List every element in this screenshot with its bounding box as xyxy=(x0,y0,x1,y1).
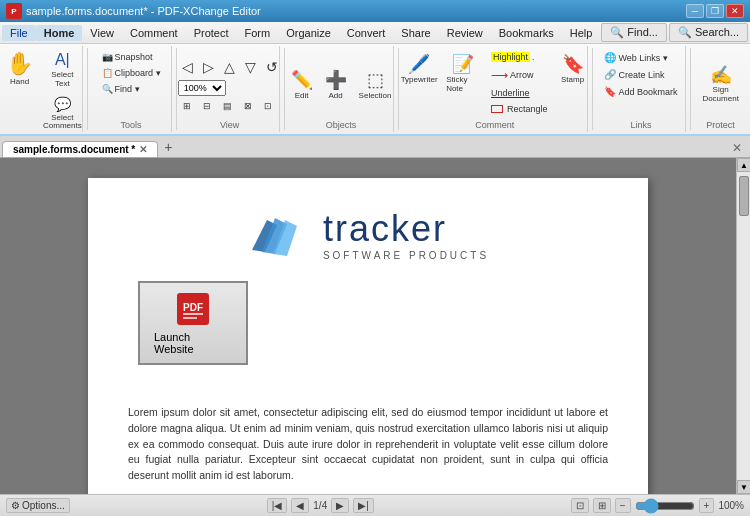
zoom-out-button[interactable]: − xyxy=(615,498,631,513)
nav-cycle-button[interactable]: ↺ xyxy=(262,57,282,77)
tools-group-label: Tools xyxy=(121,120,142,130)
minimize-button[interactable]: ─ xyxy=(686,4,704,18)
launch-website-label: Launch Website xyxy=(154,331,232,355)
add-bookmark-button[interactable]: 🔖Add Bookmark xyxy=(599,84,682,99)
pdf-page: tracker SOFTWARE PRODUCTS PDF Launch Web… xyxy=(88,178,648,494)
menu-bar: File Home View Comment Protect Form Orga… xyxy=(0,22,750,44)
nav-right-button[interactable]: ▷ xyxy=(199,57,218,77)
menu-view[interactable]: View xyxy=(82,25,122,41)
fit-page-button[interactable]: ⊡ xyxy=(571,498,589,513)
menu-comment[interactable]: Comment xyxy=(122,25,186,41)
rectangle-button[interactable]: Rectangle xyxy=(486,102,553,116)
ribbon-content: ✋ Hand A| SelectText 💬 SelectComments xyxy=(0,44,750,134)
zoom-slider[interactable] xyxy=(635,501,695,511)
menu-file[interactable]: File xyxy=(2,25,36,41)
doc-tab-main[interactable]: sample.forms.document * ✕ xyxy=(2,141,158,157)
menu-help[interactable]: Help xyxy=(562,25,601,41)
highlight-button[interactable]: Highlight. xyxy=(486,50,553,64)
view-group-label: View xyxy=(220,120,239,130)
ribbon-group-hand: ✋ Hand A| SelectText 💬 SelectComments xyxy=(4,46,83,132)
ribbon-group-protect: ✍️ SignDocument Protect xyxy=(695,46,746,132)
restore-button[interactable]: ❐ xyxy=(706,4,724,18)
sep2 xyxy=(176,48,177,130)
options-button[interactable]: ⚙ Options... xyxy=(6,498,70,513)
svg-rect-6 xyxy=(183,317,197,319)
sticky-note-button[interactable]: 📝 Sticky Note xyxy=(441,50,484,96)
select-text-button[interactable]: A| SelectText xyxy=(40,48,85,92)
view-btn2[interactable]: ⊟ xyxy=(198,99,216,113)
select-comments-button[interactable]: 💬 SelectComments xyxy=(40,93,85,134)
page-info: 1/4 xyxy=(313,500,327,511)
sign-document-button[interactable]: ✍️ SignDocument xyxy=(697,61,743,107)
view-btn1[interactable]: ⊞ xyxy=(178,99,196,113)
doc-tab-close-icon[interactable]: ✕ xyxy=(139,144,147,155)
sep5 xyxy=(592,48,593,130)
window-title: sample.forms.document* - PDF-XChange Edi… xyxy=(26,5,261,17)
create-link-button[interactable]: 🔗Create Link xyxy=(599,67,682,82)
tracker-logo-svg xyxy=(247,210,307,260)
view-btn5[interactable]: ⊡ xyxy=(259,99,277,113)
logo-area: tracker SOFTWARE PRODUCTS xyxy=(128,208,608,261)
objects-label: Objects xyxy=(326,120,357,130)
ribbon-group-view: ◁ ▷ △ ▽ ↺ 100% 75% 125% 150% Fit Page xyxy=(180,46,280,132)
menu-share[interactable]: Share xyxy=(393,25,438,41)
menu-form[interactable]: Form xyxy=(237,25,279,41)
new-tab-button[interactable]: + xyxy=(158,137,178,157)
main-area: tracker SOFTWARE PRODUCTS PDF Launch Web… xyxy=(0,158,750,494)
scroll-down-button[interactable]: ▼ xyxy=(737,480,750,494)
find-button[interactable]: 🔍 Find... xyxy=(601,23,667,42)
vertical-scrollbar[interactable]: ▲ ▼ xyxy=(736,158,750,494)
pdf-icon: PDF xyxy=(175,291,211,327)
zoom-level: 100% xyxy=(718,500,744,511)
svg-text:PDF: PDF xyxy=(183,302,203,313)
find-tool-button[interactable]: 🔍Find ▾ xyxy=(97,82,166,96)
status-bar: ⚙ Options... |◀ ◀ 1/4 ▶ ▶| ⊡ ⊞ − + 100% xyxy=(0,494,750,516)
ribbon-group-tools: 📷Snapshot 📋Clipboard ▾ 🔍Find ▾ Tools xyxy=(92,46,172,132)
ribbon-group-links: 🌐Web Links ▾ 🔗Create Link 🔖Add Bookmark … xyxy=(596,46,686,132)
view-btn4[interactable]: ⊠ xyxy=(239,99,257,113)
title-bar: P sample.forms.document* - PDF-XChange E… xyxy=(0,0,750,22)
menu-organize[interactable]: Organize xyxy=(278,25,339,41)
fit-width-button[interactable]: ⊞ xyxy=(593,498,611,513)
ribbon-group-objects: ✏️ Edit ➕ Add ⬚ Selection Objects xyxy=(289,46,394,132)
scroll-thumb[interactable] xyxy=(739,176,749,216)
doc-tab-bar: sample.forms.document * ✕ + ✕ xyxy=(0,136,750,158)
underline-button[interactable]: Underline xyxy=(486,86,553,100)
close-button[interactable]: ✕ xyxy=(726,4,744,18)
selection-button[interactable]: ⬚ Selection xyxy=(354,66,397,103)
nav-up-button[interactable]: △ xyxy=(220,57,239,77)
last-page-button[interactable]: ▶| xyxy=(353,498,374,513)
zoom-select[interactable]: 100% 75% 125% 150% Fit Page xyxy=(178,80,226,96)
sep6 xyxy=(690,48,691,130)
zoom-in-button[interactable]: + xyxy=(699,498,715,513)
first-page-button[interactable]: |◀ xyxy=(267,498,288,513)
app-icon: P xyxy=(6,3,22,19)
logo-text-area: tracker SOFTWARE PRODUCTS xyxy=(323,208,489,261)
logo-sub: SOFTWARE PRODUCTS xyxy=(323,250,489,261)
edit-button[interactable]: ✏️ Edit xyxy=(286,66,318,103)
hand-tool-button[interactable]: ✋ Hand xyxy=(1,48,38,89)
view-btn3[interactable]: ▤ xyxy=(218,99,237,113)
web-links-button[interactable]: 🌐Web Links ▾ xyxy=(599,50,682,65)
panel-close-button[interactable]: ✕ xyxy=(726,139,748,157)
pdf-viewport[interactable]: tracker SOFTWARE PRODUCTS PDF Launch Web… xyxy=(0,158,736,494)
clipboard-button[interactable]: 📋Clipboard ▾ xyxy=(97,66,166,80)
menu-bookmarks[interactable]: Bookmarks xyxy=(491,25,562,41)
typewriter-button[interactable]: 🖊️ Typewriter xyxy=(399,50,439,87)
add-button[interactable]: ➕ Add xyxy=(320,66,352,103)
scroll-up-button[interactable]: ▲ xyxy=(737,158,750,172)
nav-left-button[interactable]: ◁ xyxy=(178,57,197,77)
nav-down-button[interactable]: ▽ xyxy=(241,57,260,77)
menu-review[interactable]: Review xyxy=(439,25,491,41)
next-page-button[interactable]: ▶ xyxy=(331,498,349,513)
arrow-button[interactable]: ⟶Arrow xyxy=(486,66,553,84)
menu-convert[interactable]: Convert xyxy=(339,25,394,41)
menu-protect[interactable]: Protect xyxy=(186,25,237,41)
menu-home[interactable]: Home xyxy=(36,25,83,41)
launch-website-button[interactable]: PDF Launch Website xyxy=(138,281,248,365)
stamp-button[interactable]: 🔖 Stamp xyxy=(555,50,591,87)
snapshot-button[interactable]: 📷Snapshot xyxy=(97,50,166,64)
options-icon: ⚙ xyxy=(11,500,20,511)
prev-page-button[interactable]: ◀ xyxy=(291,498,309,513)
search-button[interactable]: 🔍 Search... xyxy=(669,23,748,42)
